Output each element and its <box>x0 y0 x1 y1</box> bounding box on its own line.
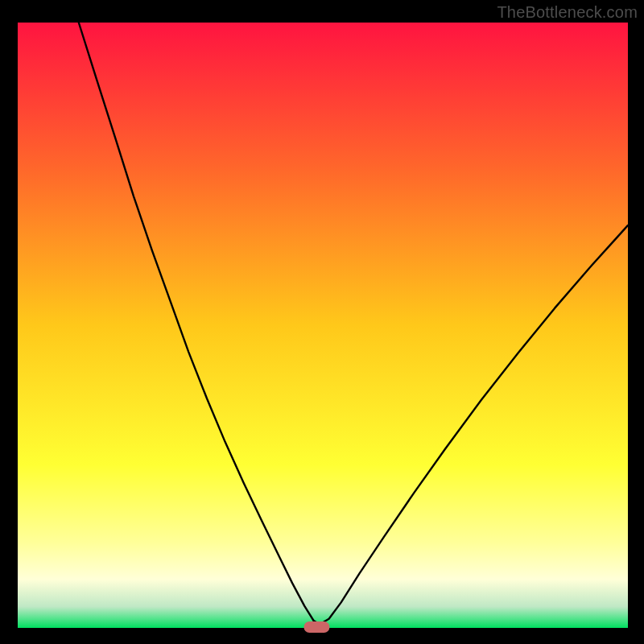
plot-background <box>18 23 628 628</box>
chart-container: TheBottleneck.com <box>0 0 644 644</box>
optimal-marker <box>303 621 329 633</box>
bottleneck-chart <box>0 0 644 644</box>
